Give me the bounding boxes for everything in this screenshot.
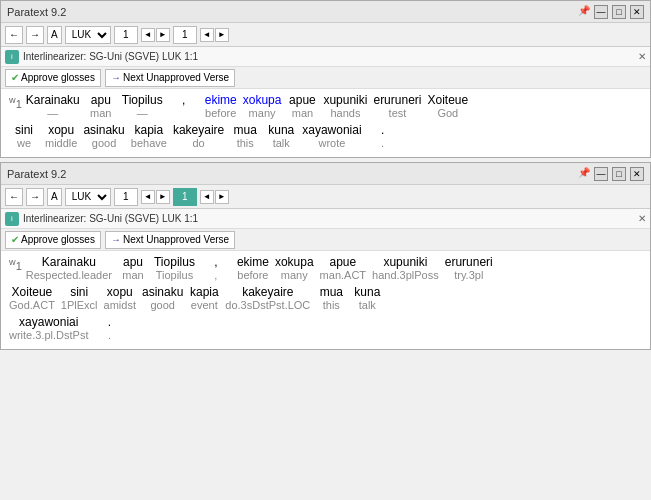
nav-prev-btn-1[interactable]: ◄ [141,28,155,42]
word-comma-2: , , [201,255,231,281]
verse-row-1-1: w1 Karainaku — apu man Tiopilus — , ekim… [9,93,642,121]
chapter-input-2[interactable] [114,188,138,206]
word-ekime-2: ekime before [237,255,269,281]
title-bar-2: Paratext 9.2 📌 — □ ✕ [1,163,650,185]
word-karainaku-1: Karainaku — [26,93,80,119]
approve-label-1: Approve glosses [21,72,95,83]
next-label-1: Next Unapproved Verse [123,72,229,83]
verse-row-2-3: xayawoniai write.3.pl.DstPst . . [9,315,642,343]
minimize-btn-2[interactable]: — [594,167,608,181]
approve-btn-2[interactable]: ✔ Approve glosses [5,231,101,249]
word-kuna-2: kuna talk [352,285,382,311]
window-1-title: Paratext 9.2 [7,6,66,18]
interlinear-label-2: Interlinearizer: SG-Uni (SGVE) LUK 1:1 [23,213,198,224]
arrow-icon-1: → [111,72,121,83]
word-asinaku-2: asinaku good [142,285,183,311]
nav-prev-btn-3[interactable]: ◄ [141,190,155,204]
verse-num-2: w1 [9,255,22,272]
word-xayawoniai-1: xayawoniai wrote [302,123,361,149]
page-input-2[interactable] [173,188,197,206]
a-btn-1[interactable]: A [47,26,62,44]
pin-icon-2[interactable]: 📌 [578,167,590,181]
action-bar-2: ✔ Approve glosses → Next Unapproved Vers… [1,229,650,251]
toolbar-2: ← → A LUK ◄ ► ◄ ► [1,185,650,209]
word-xoiteue-2: Xoiteue God.ACT [9,285,55,311]
word-xupuniki-2: xupuniki hand.3plPoss [372,255,439,281]
word-kakeyaire-2: kakeyaire do.3sDstPst.LOC [225,285,310,311]
word-kapia-2: kapia event [189,285,219,311]
word-xayawoniai-2: xayawoniai write.3.pl.DstPst [9,315,88,341]
verse-row-2-1: w1 Karainaku Respected.leader apu man Ti… [9,255,642,283]
nav-controls-3: ◄ ► [141,190,170,204]
close-btn-2[interactable]: ✕ [630,167,644,181]
forward-btn-1[interactable]: → [26,26,44,44]
interlinear-bar-1: i Interlinearizer: SG-Uni (SGVE) LUK 1:1… [1,47,650,67]
next-btn-2[interactable]: → Next Unapproved Verse [105,231,235,249]
word-tiopilus-2: Tiopilus Tiopilus [154,255,195,281]
interlinear-icon-1: i [5,50,19,64]
window-2-title: Paratext 9.2 [7,168,66,180]
interlinear-label-1: Interlinearizer: SG-Uni (SGVE) LUK 1:1 [23,51,198,62]
word-comma-1: , [169,93,199,107]
nav-controls-4: ◄ ► [200,190,229,204]
back-btn-1[interactable]: ← [5,26,23,44]
close-btn-1[interactable]: ✕ [630,5,644,19]
interlinear-bar-2: i Interlinearizer: SG-Uni (SGVE) LUK 1:1… [1,209,650,229]
minimize-btn-1[interactable]: — [594,5,608,19]
toolbar-1: ← → A LUK ◄ ► ◄ ► [1,23,650,47]
verse-row-1-2: sini we xopu middle asinaku good kapia b… [9,123,642,151]
page-input-1[interactable] [173,26,197,44]
word-apu-2: apu man [118,255,148,281]
next-btn-1[interactable]: → Next Unapproved Verse [105,69,235,87]
nav-next-btn-4[interactable]: ► [215,190,229,204]
word-karainaku-2: Karainaku Respected.leader [26,255,112,281]
book-select-2[interactable]: LUK [65,188,111,206]
a-btn-2[interactable]: A [47,188,62,206]
content-area-1: w1 Karainaku — apu man Tiopilus — , ekim… [1,89,650,157]
word-kakeyaire-1: kakeyaire do [173,123,224,149]
word-period-2: . . [94,315,124,341]
interlinear-icon-2: i [5,212,19,226]
word-period-1: . . [368,123,398,149]
pin-icon-1[interactable]: 📌 [578,5,590,19]
word-apue-1: apue man [287,93,317,119]
maximize-btn-2[interactable]: □ [612,167,626,181]
title-bar-controls-2: 📌 — □ ✕ [578,167,644,181]
word-eruruneri-1: eruruneri test [373,93,421,119]
word-xopu-1: xopu middle [45,123,77,149]
check-icon-2: ✔ [11,234,19,245]
nav-prev-btn-2[interactable]: ◄ [200,28,214,42]
nav-controls-2: ◄ ► [200,28,229,42]
nav-prev-btn-4[interactable]: ◄ [200,190,214,204]
word-apu-1: apu man [86,93,116,119]
word-sini-1: sini we [9,123,39,149]
verse-row-2-2: Xoiteue God.ACT sini 1PlExcl xopu amidst… [9,285,642,313]
nav-next-btn-1[interactable]: ► [156,28,170,42]
title-bar-left-2: Paratext 9.2 [7,168,66,180]
forward-btn-2[interactable]: → [26,188,44,206]
word-asinaku-1: asinaku good [83,123,124,149]
action-bar-1: ✔ Approve glosses → Next Unapproved Vers… [1,67,650,89]
maximize-btn-1[interactable]: □ [612,5,626,19]
word-eruruneri-2: eruruneri try.3pl [445,255,493,281]
title-bar-1: Paratext 9.2 📌 — □ ✕ [1,1,650,23]
nav-next-btn-3[interactable]: ► [156,190,170,204]
word-xokupa-2: xokupa many [275,255,314,281]
nav-next-btn-2[interactable]: ► [215,28,229,42]
arrow-icon-2: → [111,234,121,245]
word-xokupa-1: xokupa many [243,93,282,119]
check-icon-1: ✔ [11,72,19,83]
window-2: Paratext 9.2 📌 — □ ✕ ← → A LUK ◄ ► ◄ ► i… [0,162,651,350]
interlinear-close-2[interactable]: ✕ [638,213,646,224]
approve-btn-1[interactable]: ✔ Approve glosses [5,69,101,87]
word-kuna-1: kuna talk [266,123,296,149]
next-label-2: Next Unapproved Verse [123,234,229,245]
book-select-1[interactable]: LUK [65,26,111,44]
window-1: Paratext 9.2 📌 — □ ✕ ← → A LUK ◄ ► ◄ ► i… [0,0,651,158]
chapter-input-1[interactable] [114,26,138,44]
back-btn-2[interactable]: ← [5,188,23,206]
word-ekime-1: ekime before [205,93,237,119]
interlinear-close-1[interactable]: ✕ [638,51,646,62]
word-tiopilus-1: Tiopilus — [122,93,163,119]
content-area-2: w1 Karainaku Respected.leader apu man Ti… [1,251,650,349]
